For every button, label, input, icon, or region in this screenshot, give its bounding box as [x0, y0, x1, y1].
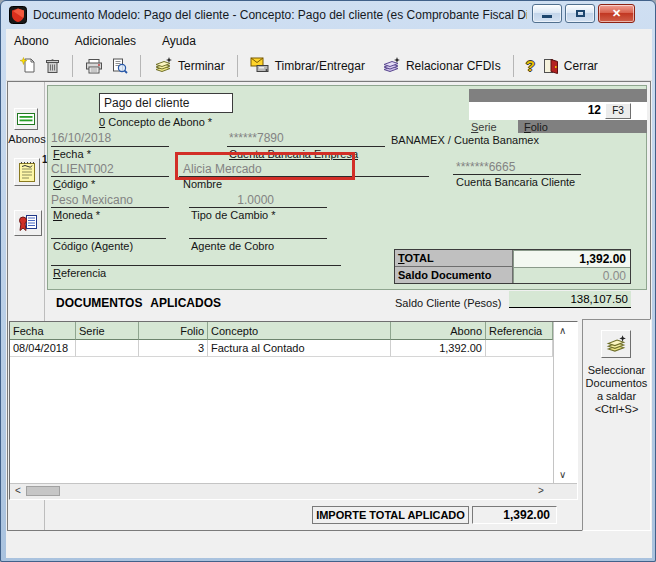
- trash-icon: [45, 58, 60, 74]
- preview-icon: [111, 58, 128, 74]
- scroll-down-icon[interactable]: ∨: [559, 470, 566, 480]
- concepto-input[interactable]: Pago del cliente: [99, 93, 233, 113]
- close-icon: ✕: [612, 7, 621, 19]
- menu-adicionales[interactable]: Adicionales: [75, 34, 136, 48]
- print-button[interactable]: [81, 56, 107, 76]
- relacionar-notes-icon: [381, 57, 401, 74]
- saldo-documento-value: 0.00: [513, 267, 630, 283]
- toolbar-separator: [237, 55, 238, 77]
- minimize-icon: [542, 15, 552, 18]
- col-header-referencia[interactable]: Referencia: [486, 322, 553, 340]
- seleccionar-documentos-button[interactable]: [601, 330, 631, 358]
- abonos-tab-button[interactable]: [14, 108, 38, 130]
- v-scrollbar[interactable]: [553, 322, 577, 483]
- select-docs-label-2: Documentos: [582, 377, 651, 389]
- terminar-label: Terminar: [178, 59, 225, 73]
- scroll-left-icon[interactable]: <: [15, 486, 21, 496]
- scroll-right-icon[interactable]: >: [538, 486, 544, 496]
- app-icon: [9, 6, 27, 28]
- fecha-value: 16/10/2018: [51, 131, 111, 145]
- codigo-agente-label: Código (Agente): [53, 240, 133, 252]
- col-header-abono[interactable]: Abono: [391, 322, 486, 340]
- close-button[interactable]: ✕: [598, 4, 635, 23]
- codigo-label: Código *: [53, 178, 95, 190]
- moneda-value: Peso Mexicano: [51, 193, 133, 207]
- codigo-agente-underline: [51, 238, 166, 239]
- menu-ayuda[interactable]: Ayuda: [162, 34, 196, 48]
- scroll-up-icon[interactable]: ∧: [559, 326, 566, 336]
- tipo-cambio-underline: [189, 207, 327, 208]
- new-document-button[interactable]: [16, 55, 41, 76]
- col-header-fecha[interactable]: Fecha: [10, 322, 76, 340]
- col-header-folio[interactable]: Folio: [139, 322, 208, 340]
- documents-table: Fecha Serie Folio Concepto Abono Referen…: [9, 321, 578, 500]
- col-header-concepto[interactable]: Concepto: [208, 322, 391, 340]
- asociar-cfdi-button[interactable]: [14, 210, 42, 236]
- cell-referencia[interactable]: [486, 340, 553, 357]
- cerrar-label: Cerrar: [564, 59, 598, 73]
- referencia-underline: [51, 265, 341, 266]
- timbrar-label: Timbrar/Entregar: [275, 59, 365, 73]
- toolbar-separator: [140, 55, 141, 77]
- toolbar: Terminar Timbrar/Entregar Rela: [6, 51, 652, 81]
- agente-cobro-underline: [189, 238, 327, 239]
- referencia-label: Referencia: [53, 267, 106, 279]
- h-scrollbar[interactable]: [10, 483, 577, 499]
- cerrar-button[interactable]: Cerrar: [539, 56, 602, 76]
- documentos-aplicados-title: DOCUMENTOS APLICADOS: [56, 296, 221, 310]
- annotation-highlight-box: [175, 152, 355, 180]
- importe-total-label: IMPORTE TOTAL APLICADO: [312, 506, 469, 524]
- terminar-button[interactable]: Terminar: [149, 55, 229, 76]
- select-docs-shortcut: <Ctrl+S>: [582, 403, 651, 415]
- codigo-underline: [51, 176, 169, 177]
- help-button[interactable]: ?: [522, 55, 539, 76]
- restore-icon: [576, 10, 585, 17]
- help-icon: ?: [526, 57, 535, 74]
- menu-abono[interactable]: Abono: [14, 34, 49, 48]
- app-window: Documento Modelo: Pago del cliente - Con…: [0, 0, 656, 562]
- tipo-cambio-value: 1.0000: [189, 193, 274, 207]
- cuenta-empresa-underline: [227, 146, 385, 147]
- total-value: 1,392.00: [513, 250, 630, 267]
- importe-total-value: 1,392.00: [472, 506, 557, 524]
- select-docs-label-3: a saldar: [582, 390, 651, 402]
- timbrar-entregar-button[interactable]: Timbrar/Entregar: [246, 55, 369, 76]
- h-scroll-thumb[interactable]: [26, 486, 60, 496]
- cell-abono[interactable]: 1,392.00: [391, 340, 486, 357]
- toolbar-separator: [72, 55, 73, 77]
- restore-button[interactable]: [565, 4, 595, 23]
- folio-label: Folio: [524, 121, 548, 133]
- cell-serie[interactable]: [76, 340, 139, 357]
- envelope-icon: [250, 57, 270, 74]
- cell-concepto[interactable]: Factura al Contado: [208, 340, 391, 357]
- cuenta-cliente-value: *******6665: [456, 160, 515, 174]
- abonos-icon: [17, 113, 35, 125]
- window-title: Documento Modelo: Pago del cliente - Con…: [33, 8, 527, 22]
- exit-door-icon: [543, 58, 559, 74]
- menubar: Abono Adicionales Ayuda: [6, 30, 652, 51]
- saldo-cliente-label: Saldo Cliente (Pesos): [395, 297, 501, 309]
- minimize-button[interactable]: [532, 4, 562, 23]
- seleccionar-notes-icon: [605, 335, 627, 354]
- saldo-documento-label: Saldo Documento: [395, 267, 513, 283]
- abonos-tab-label: Abonos: [8, 133, 46, 145]
- col-header-serie[interactable]: Serie: [76, 322, 139, 340]
- delete-button[interactable]: [41, 56, 64, 76]
- print-preview-button[interactable]: [107, 56, 132, 76]
- notes-button[interactable]: [14, 158, 40, 186]
- cell-folio[interactable]: 3: [139, 340, 208, 357]
- folio-value[interactable]: 12: [469, 103, 601, 117]
- toolbar-separator: [513, 55, 514, 77]
- serie-label: Serie: [471, 121, 497, 133]
- titlebar: Documento Modelo: Pago del cliente - Con…: [1, 1, 655, 29]
- banco-info-text: BANAMEX / Cuenta Banamex: [391, 134, 539, 146]
- total-label: TOTAL: [395, 250, 513, 267]
- relacionar-cfdis-button[interactable]: Relacionar CFDIs: [377, 55, 505, 76]
- cuenta-cliente-label: Cuenta Bancaria Cliente: [456, 176, 575, 188]
- select-docs-label-1: Seleccionar: [582, 364, 651, 376]
- concepto-label: 0 Concepto de Abono *: [99, 116, 212, 128]
- cell-fecha[interactable]: 08/04/2018: [10, 340, 76, 357]
- folio-f3-button[interactable]: F3: [605, 103, 631, 119]
- notepad-icon: [18, 161, 36, 183]
- new-document-icon: [20, 57, 37, 74]
